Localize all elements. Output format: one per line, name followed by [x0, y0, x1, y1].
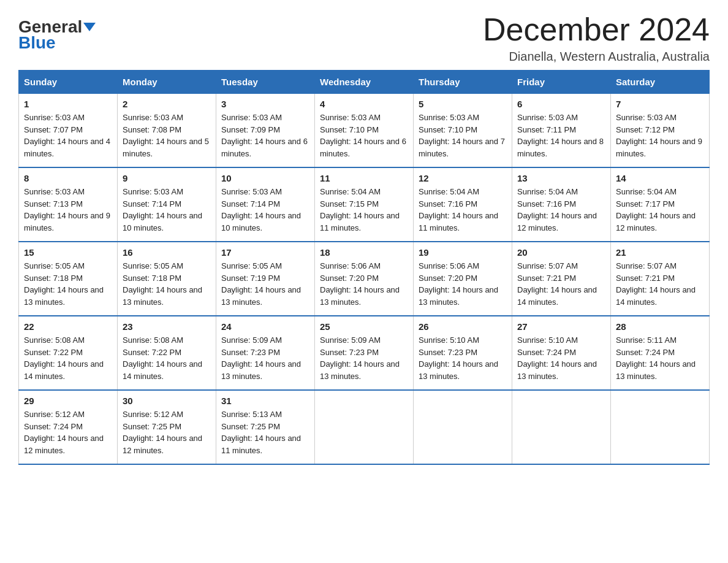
day-number: 23	[123, 321, 211, 332]
sunset-label: Sunset: 7:23 PM	[419, 348, 477, 357]
day-cell: 10 Sunrise: 5:03 AM Sunset: 7:14 PM Dayl…	[216, 167, 315, 242]
sunrise-label: Sunrise: 5:03 AM	[616, 113, 677, 122]
day-cell: 5 Sunrise: 5:03 AM Sunset: 7:10 PM Dayli…	[414, 94, 512, 168]
day-cell: 8 Sunrise: 5:03 AM Sunset: 7:13 PM Dayli…	[19, 167, 118, 242]
day-info: Sunrise: 5:12 AM Sunset: 7:24 PM Dayligh…	[24, 408, 112, 456]
daylight-label: Daylight: 14 hours and 13 minutes.	[123, 285, 202, 307]
day-info: Sunrise: 5:03 AM Sunset: 7:12 PM Dayligh…	[616, 112, 704, 159]
daylight-label: Daylight: 14 hours and 13 minutes.	[517, 359, 597, 381]
sunset-label: Sunset: 7:24 PM	[517, 348, 576, 357]
day-cell: 16 Sunrise: 5:05 AM Sunset: 7:18 PM Dayl…	[118, 242, 216, 316]
daylight-label: Daylight: 14 hours and 4 minutes.	[24, 137, 110, 158]
day-number: 30	[123, 396, 211, 406]
sunset-label: Sunset: 7:25 PM	[123, 422, 181, 431]
daylight-label: Daylight: 14 hours and 7 minutes.	[419, 137, 505, 158]
sunset-label: Sunset: 7:24 PM	[616, 348, 675, 357]
day-info: Sunrise: 5:03 AM Sunset: 7:10 PM Dayligh…	[320, 112, 408, 159]
day-info: Sunrise: 5:12 AM Sunset: 7:25 PM Dayligh…	[123, 408, 211, 456]
day-number: 7	[616, 99, 704, 109]
day-cell: 30 Sunrise: 5:12 AM Sunset: 7:25 PM Dayl…	[118, 390, 216, 464]
day-info: Sunrise: 5:05 AM Sunset: 7:18 PM Dayligh…	[24, 260, 112, 308]
day-cell: 24 Sunrise: 5:09 AM Sunset: 7:23 PM Dayl…	[216, 316, 315, 390]
sunrise-label: Sunrise: 5:05 AM	[221, 261, 282, 270]
day-info: Sunrise: 5:03 AM Sunset: 7:10 PM Dayligh…	[419, 112, 507, 159]
daylight-label: Daylight: 14 hours and 14 minutes.	[517, 285, 597, 307]
page-header: General Blue December 2024 Dianella, Wes…	[18, 12, 710, 64]
day-number: 15	[24, 247, 112, 258]
day-number: 20	[517, 247, 605, 258]
sunrise-label: Sunrise: 5:04 AM	[517, 187, 578, 196]
day-info: Sunrise: 5:03 AM Sunset: 7:14 PM Dayligh…	[123, 186, 211, 234]
day-info: Sunrise: 5:04 AM Sunset: 7:16 PM Dayligh…	[419, 186, 507, 234]
sunrise-label: Sunrise: 5:08 AM	[24, 335, 85, 345]
daylight-label: Daylight: 14 hours and 13 minutes.	[419, 285, 498, 307]
day-number: 6	[517, 99, 605, 109]
day-info: Sunrise: 5:13 AM Sunset: 7:25 PM Dayligh…	[221, 408, 309, 456]
sunset-label: Sunset: 7:22 PM	[24, 348, 83, 357]
sunrise-label: Sunrise: 5:11 AM	[616, 335, 677, 345]
daylight-label: Daylight: 14 hours and 8 minutes.	[517, 137, 604, 158]
day-number: 26	[419, 321, 507, 332]
sunset-label: Sunset: 7:09 PM	[221, 125, 280, 134]
title-area: December 2024 Dianella, Western Australi…	[483, 12, 710, 64]
sunset-label: Sunset: 7:18 PM	[123, 274, 181, 283]
weekday-header-saturday: Saturday	[611, 71, 710, 94]
sunrise-label: Sunrise: 5:03 AM	[221, 187, 282, 196]
day-cell: 14 Sunrise: 5:04 AM Sunset: 7:17 PM Dayl…	[611, 167, 710, 242]
sunset-label: Sunset: 7:14 PM	[123, 199, 181, 209]
sunrise-label: Sunrise: 5:03 AM	[123, 187, 183, 196]
logo-blue: Blue	[18, 33, 56, 53]
day-cell	[512, 390, 611, 464]
sunset-label: Sunset: 7:15 PM	[320, 199, 379, 209]
day-cell: 31 Sunrise: 5:13 AM Sunset: 7:25 PM Dayl…	[216, 390, 315, 464]
day-number: 16	[123, 247, 211, 258]
day-info: Sunrise: 5:06 AM Sunset: 7:20 PM Dayligh…	[320, 260, 408, 308]
day-info: Sunrise: 5:07 AM Sunset: 7:21 PM Dayligh…	[517, 260, 605, 308]
sunrise-label: Sunrise: 5:03 AM	[419, 113, 479, 122]
day-number: 11	[320, 173, 408, 183]
day-number: 9	[123, 173, 211, 183]
sunrise-label: Sunrise: 5:12 AM	[24, 410, 85, 419]
weekday-header-wednesday: Wednesday	[315, 71, 414, 94]
day-number: 13	[517, 173, 605, 183]
daylight-label: Daylight: 14 hours and 12 minutes.	[616, 211, 696, 232]
day-number: 5	[419, 99, 507, 109]
daylight-label: Daylight: 14 hours and 11 minutes.	[419, 211, 498, 232]
weekday-header-monday: Monday	[118, 71, 216, 94]
day-cell	[414, 390, 512, 464]
sunset-label: Sunset: 7:14 PM	[221, 199, 280, 209]
day-number: 10	[221, 173, 309, 183]
sunrise-label: Sunrise: 5:10 AM	[419, 335, 479, 345]
sunset-label: Sunset: 7:23 PM	[221, 348, 280, 357]
day-number: 25	[320, 321, 408, 332]
day-number: 3	[221, 99, 309, 109]
sunrise-label: Sunrise: 5:03 AM	[320, 113, 381, 122]
day-cell	[315, 390, 414, 464]
sunrise-label: Sunrise: 5:07 AM	[616, 261, 677, 270]
sunrise-label: Sunrise: 5:03 AM	[123, 113, 183, 122]
logo-triangle-icon	[83, 23, 96, 31]
sunset-label: Sunset: 7:10 PM	[419, 125, 477, 134]
day-info: Sunrise: 5:05 AM Sunset: 7:18 PM Dayligh…	[123, 260, 211, 308]
day-cell: 12 Sunrise: 5:04 AM Sunset: 7:16 PM Dayl…	[414, 167, 512, 242]
daylight-label: Daylight: 14 hours and 14 minutes.	[123, 359, 202, 381]
sunset-label: Sunset: 7:25 PM	[221, 422, 280, 431]
calendar-table: SundayMondayTuesdayWednesdayThursdayFrid…	[18, 70, 710, 465]
sunrise-label: Sunrise: 5:10 AM	[517, 335, 578, 345]
day-info: Sunrise: 5:04 AM Sunset: 7:16 PM Dayligh…	[517, 186, 605, 234]
day-cell: 22 Sunrise: 5:08 AM Sunset: 7:22 PM Dayl…	[19, 316, 118, 390]
daylight-label: Daylight: 14 hours and 12 minutes.	[24, 434, 104, 455]
day-info: Sunrise: 5:07 AM Sunset: 7:21 PM Dayligh…	[616, 260, 704, 308]
day-cell: 21 Sunrise: 5:07 AM Sunset: 7:21 PM Dayl…	[611, 242, 710, 316]
day-info: Sunrise: 5:04 AM Sunset: 7:15 PM Dayligh…	[320, 186, 408, 234]
day-cell: 13 Sunrise: 5:04 AM Sunset: 7:16 PM Dayl…	[512, 167, 611, 242]
sunrise-label: Sunrise: 5:04 AM	[616, 187, 677, 196]
day-info: Sunrise: 5:09 AM Sunset: 7:23 PM Dayligh…	[320, 334, 408, 382]
sunset-label: Sunset: 7:13 PM	[24, 199, 83, 209]
day-cell: 7 Sunrise: 5:03 AM Sunset: 7:12 PM Dayli…	[611, 94, 710, 168]
sunset-label: Sunset: 7:16 PM	[419, 199, 477, 209]
daylight-label: Daylight: 14 hours and 6 minutes.	[320, 137, 406, 158]
day-info: Sunrise: 5:05 AM Sunset: 7:19 PM Dayligh…	[221, 260, 309, 308]
sunset-label: Sunset: 7:12 PM	[616, 125, 675, 134]
day-number: 28	[616, 321, 704, 332]
